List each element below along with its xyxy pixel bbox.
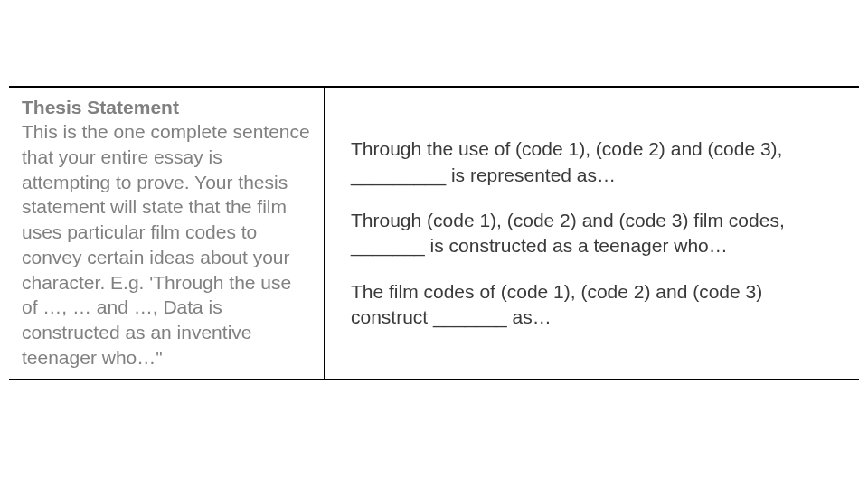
template-sentence-2: Through (code 1), (code 2) and (code 3) … [351, 208, 841, 259]
template-sentence-1: Through the use of (code 1), (code 2) an… [351, 136, 841, 188]
thesis-description: This is the one complete sentence that y… [22, 119, 311, 370]
thesis-heading: Thesis Statement [22, 95, 311, 119]
page: Thesis Statement This is the one complet… [0, 0, 868, 488]
thesis-table: Thesis Statement This is the one complet… [9, 86, 859, 380]
right-column: Through the use of (code 1), (code 2) an… [326, 88, 859, 379]
template-sentence-3: The film codes of (code 1), (code 2) and… [351, 279, 841, 331]
left-column: Thesis Statement This is the one complet… [9, 88, 326, 379]
